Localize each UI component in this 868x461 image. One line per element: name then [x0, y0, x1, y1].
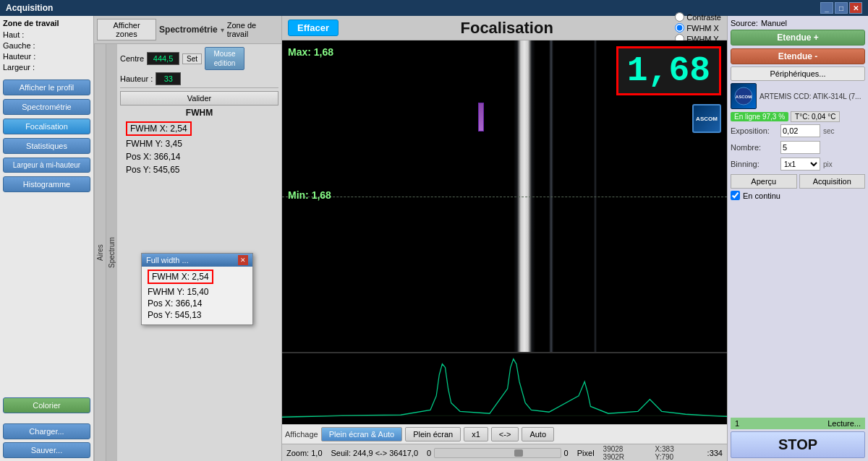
bottom-buttons: Affichage Plein écran & Auto Plein écran… — [282, 424, 727, 444]
pixel-coords: 39028 3902R — [603, 445, 647, 461]
peripheriques-button[interactable]: Périphériques... — [731, 66, 865, 81]
acquisition-button[interactable]: Acquisition — [799, 174, 866, 189]
histogramme-button[interactable]: Histogramme — [3, 176, 90, 192]
contraste-radio-row[interactable]: Contraste — [675, 12, 721, 22]
pixel-value2: 3902R — [603, 453, 647, 461]
fwhm-x-radio[interactable] — [675, 23, 684, 33]
float-title: Full width ... — [146, 256, 189, 264]
stop-button[interactable]: STOP — [731, 431, 865, 458]
x-coord: X:383 — [655, 445, 699, 453]
fwhm-x-row: FWHM X: 2,54 — [120, 120, 278, 137]
nombre-input[interactable] — [780, 141, 820, 154]
zone-travail-label: Zone de travail — [3, 19, 90, 27]
float-content: FWHM X: 2,54 FWHM Y: 15,40 Pos X: 366,14… — [142, 267, 252, 324]
en-continu-checkbox[interactable] — [731, 191, 740, 200]
plein-ecran-auto-button[interactable]: Plein écran & Auto — [321, 427, 403, 441]
lecture-num: 1 — [735, 419, 739, 428]
centre-input[interactable] — [147, 52, 179, 65]
slider-area: 0 0 — [427, 448, 569, 458]
colorier-button[interactable]: Colorier — [3, 397, 90, 413]
etendue-plus-button[interactable]: Etendue + — [731, 30, 865, 46]
radio-group: Contraste FWHM X FWHM Y — [675, 12, 721, 43]
pos-x-row: Pos X: 366,14 — [120, 150, 278, 163]
float-titlebar: Full width ... ✕ — [142, 254, 252, 267]
gauche-label: Gauche : — [3, 41, 39, 50]
afficher-profil-button[interactable]: Afficher le profil — [3, 79, 90, 95]
status-badges: En ligne 97,3 % T°C: 0,04 °C — [731, 111, 865, 122]
fwhm-x-radio-row[interactable]: FWHM X — [675, 23, 721, 33]
affichage-label: Affichage — [285, 430, 318, 439]
arrows-button[interactable]: <-> — [491, 427, 519, 441]
mouse-edition-button[interactable]: Mouseedition — [205, 47, 244, 70]
binning-row: Binning: 1x1 2x2 pix — [731, 158, 865, 171]
float-pos-x-row: Pos X: 366,14 — [148, 298, 247, 309]
binning-select[interactable]: 1x1 2x2 — [780, 158, 820, 171]
spectrum-svg — [282, 353, 727, 424]
focalisation-button[interactable]: Focalisation — [3, 119, 90, 134]
floating-fwhm-window: Full width ... ✕ FWHM X: 2,54 FWHM Y: 15… — [141, 253, 253, 325]
aires-label: Aires — [94, 44, 106, 461]
spectrometrie-button[interactable]: Spectrométrie — [3, 99, 90, 115]
zoom-label: Zoom: 1,0 — [286, 449, 323, 457]
en-continu-label: En continu — [743, 191, 780, 200]
close-button[interactable]: ✕ — [849, 2, 862, 14]
focalisation-title: Focalisation — [344, 19, 669, 38]
image-viewport[interactable]: Max: 1,68 Min: 1,68 1,68 ASCOM — [282, 40, 727, 352]
x1-button[interactable]: x1 — [464, 427, 488, 441]
fwhm-x-radio-label: FWHM X — [686, 24, 719, 33]
seuil-label: Seuil: 244,9 <-> 36417,0 — [331, 449, 418, 457]
main-layout: Zone de travail Haut : Gauche : Hauteur … — [0, 16, 868, 461]
plein-ecran-button[interactable]: Plein écran — [405, 427, 461, 441]
exposition-row: Exposition: sec — [731, 124, 865, 137]
nombre-label: Nombre: — [731, 143, 778, 152]
slider-val-left: 0 — [427, 449, 431, 457]
sauver-button[interactable]: Sauver... — [3, 442, 90, 458]
svg-text:ASCOM: ASCOM — [736, 95, 752, 99]
min-dashed-line — [282, 197, 727, 197]
maximize-button[interactable]: □ — [835, 2, 848, 14]
fwhm-title: FWHM — [120, 108, 278, 118]
middle-panel: Afficher zones Spectrométrie ▾ Zone de t… — [94, 16, 282, 461]
title-bar: Acquisition _ □ ✕ — [0, 0, 868, 16]
auto-button[interactable]: Auto — [522, 427, 554, 441]
y-coord: Y:790 — [655, 453, 699, 461]
dropdown-arrow-icon[interactable]: ▾ — [221, 26, 224, 34]
minimize-button[interactable]: _ — [820, 2, 833, 14]
hauteur-label: Hauteur : — [3, 52, 39, 61]
contraste-radio[interactable] — [675, 12, 684, 22]
float-pos-y-row: Pos Y: 545,13 — [148, 310, 247, 320]
en-ligne-badge: En ligne 97,3 % — [731, 112, 788, 121]
set-button[interactable]: Set — [182, 53, 202, 64]
statistiques-button[interactable]: Statistiques — [3, 138, 90, 154]
valider-button[interactable]: Valider — [120, 91, 278, 105]
afficher-zones-button[interactable]: Afficher zones — [97, 19, 156, 40]
nombre-row: Nombre: — [731, 141, 865, 154]
xy-coords: X:383 Y:790 — [655, 445, 699, 461]
pos-y-row: Pos Y: 545,65 — [120, 163, 278, 176]
largeur-label: Largeur : — [3, 63, 39, 72]
slider-thumb[interactable] — [514, 449, 523, 457]
apercu-button[interactable]: Aperçu — [731, 174, 797, 189]
effacer-button[interactable]: Effacer — [288, 20, 339, 36]
ascom-area: ASCOM — [692, 46, 721, 133]
slider[interactable] — [434, 448, 561, 458]
fwhm-y-row: FWHM Y: 3,45 — [120, 137, 278, 150]
svg-rect-0 — [282, 353, 727, 424]
zone-travail-small: Zone de travail — [227, 21, 278, 38]
left-sidebar: Zone de travail Haut : Gauche : Hauteur … — [0, 16, 94, 461]
charger-button[interactable]: Charger... — [3, 423, 90, 439]
exposition-input[interactable] — [780, 124, 820, 137]
fwhm-x-value: FWHM X: 2,54 — [126, 121, 192, 136]
hauteur-input[interactable] — [156, 72, 181, 85]
spectrometrie-label: Spectrométrie — [159, 25, 218, 35]
float-fwhm-x-row: FWHM X: 2,54 — [148, 270, 247, 285]
exposition-unit: sec — [823, 127, 835, 135]
float-close-button[interactable]: ✕ — [238, 255, 248, 265]
spectrum-label: Spectrum — [106, 44, 117, 461]
largeur-mi-hauteur-button[interactable]: Largeur à mi-hauteur — [3, 158, 90, 173]
main-top-controls: Effacer Focalisation Contraste FWHM X FW… — [282, 16, 727, 40]
etendue-minus-button[interactable]: Etendue - — [731, 48, 865, 64]
apercu-acqui-row: Aperçu Acquisition — [731, 174, 865, 189]
artemis-text: ARTEMIS CCD: ATIK-314L (7... — [760, 92, 861, 100]
status-bar: Zoom: 1,0 Seuil: 244,9 <-> 36417,0 0 0 P… — [282, 444, 727, 461]
